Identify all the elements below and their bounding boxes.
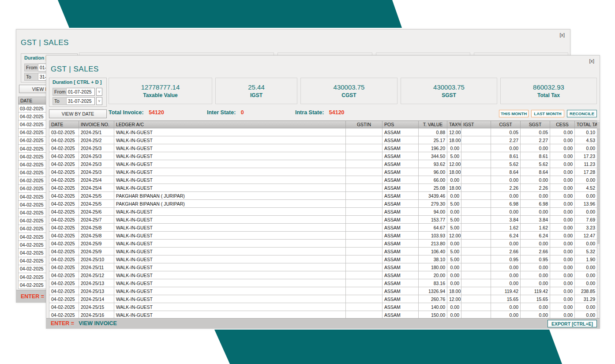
table-row[interactable]: 04-02-2025 2024-25/4 WALK-IN-GUEST ASSAM… (49, 184, 597, 192)
cell-date: 04-02-2025 (49, 184, 79, 192)
cell-date: 04-02-2025 (49, 248, 79, 255)
table-row[interactable]: 04-02-2025 2024-25/8 WALK-IN-GUEST ASSAM… (49, 224, 597, 232)
date-cell[interactable]: 04-02-2025 (18, 137, 46, 145)
date-cell[interactable]: 04-02-2025 (18, 273, 46, 281)
date-cell[interactable]: 04-02-2025 (18, 265, 46, 273)
chevron-down-icon[interactable]: ˅ (96, 97, 102, 105)
cell-cess: 0.00 (550, 240, 575, 248)
cell-cgst: 6.24 (491, 232, 521, 240)
cell-invoice-no: 2024-25/3 (79, 144, 114, 152)
date-cell[interactable]: 04-02-2025 (18, 217, 46, 225)
table-row[interactable]: 04-02-2025 2024-25/12 WALK-IN-GUEST ASSA… (49, 271, 597, 279)
date-cell[interactable]: 04-02-2025 (18, 161, 46, 169)
view-by-date-button[interactable]: VIEW BY DATE (49, 109, 107, 118)
table-row[interactable]: 04-02-2025 2024-25/5 PAKGHAR BIPANAN ( J… (49, 192, 597, 200)
column-header[interactable]: DATE (49, 121, 79, 128)
table-row[interactable]: 03-02-2025 2024-25/1 WALK-IN-GUEST ASSAM… (49, 128, 597, 136)
cell-gstin (346, 224, 382, 232)
date-cell[interactable]: 04-02-2025 (18, 193, 46, 201)
table-row[interactable]: 04-02-2025 2024-25/5 PAKGHAR BIPANAN ( J… (49, 200, 597, 208)
cell-pos: ASSAM (382, 168, 419, 176)
date-cell[interactable]: 03-02-2025 (18, 105, 46, 113)
close-icon[interactable]: [x] (589, 58, 594, 64)
cell-cess: 0.00 (550, 128, 575, 136)
table-row[interactable]: 04-02-2025 2024-25/3 WALK-IN-GUEST ASSAM… (49, 160, 597, 168)
cell-sgst: 0.00 (521, 192, 550, 200)
export-button[interactable]: EXPORT [CTRL+E] (548, 320, 597, 327)
table-row[interactable]: 04-02-2025 2024-25/13 WALK-IN-GUEST ASSA… (49, 279, 597, 287)
cell-invoice-no: 2024-25/12 (79, 271, 114, 279)
column-header[interactable]: T. VALUE (419, 121, 447, 128)
column-header[interactable]: CGST (491, 121, 521, 128)
table-row[interactable]: 04-02-2025 2024-25/3 WALK-IN-GUEST ASSAM… (49, 152, 597, 160)
date-cell[interactable]: 04-02-2025 (18, 249, 46, 257)
cell-sgst: 0.00 (521, 263, 550, 271)
table-row[interactable]: 04-02-2025 2024-25/13 WALK-IN-GUEST ASSA… (49, 287, 597, 295)
scrollbar-thumb[interactable] (597, 122, 600, 244)
table-row[interactable]: 04-02-2025 2024-25/7 WALK-IN-GUEST ASSAM… (49, 216, 597, 224)
cell-total-tax: 0.00 (575, 144, 597, 152)
table-row[interactable]: 04-02-2025 2024-25/4 WALK-IN-GUEST ASSAM… (49, 176, 597, 184)
cell-tax-percent: 18.00 (447, 184, 461, 192)
date-cell[interactable]: 04-02-2025 (18, 169, 46, 177)
date-cell[interactable]: 04-02-2025 (18, 281, 46, 289)
cell-cgst: 0.00 (491, 279, 521, 287)
table-row[interactable]: 04-02-2025 2024-25/3 WALK-IN-GUEST ASSAM… (49, 144, 597, 152)
table-row[interactable]: 04-02-2025 2024-25/9 WALK-IN-GUEST ASSAM… (49, 240, 597, 248)
summary-value: 430003.75 (334, 83, 365, 91)
column-header[interactable]: GSTIN (346, 121, 382, 128)
date-cell[interactable]: 04-02-2025 (18, 201, 46, 209)
date-cell[interactable]: 04-02-2025 (18, 153, 46, 161)
date-cell[interactable]: 04-02-2025 (18, 209, 46, 217)
column-header[interactable]: LEDGER A/C (114, 121, 346, 128)
column-header[interactable]: CESS (550, 121, 575, 128)
table-row[interactable]: 04-02-2025 2024-25/15 WALK-IN-GUEST ASSA… (49, 303, 597, 311)
cell-igst (461, 144, 491, 152)
reconcile-button[interactable]: RECONCILE (567, 110, 597, 117)
table-scrollbar[interactable] (597, 120, 600, 319)
column-header[interactable]: TAX% (447, 121, 461, 128)
date-cell[interactable]: 04-02-2025 (18, 257, 46, 265)
chevron-down-icon[interactable]: ˅ (96, 88, 102, 96)
date-cell[interactable]: 04-02-2025 (18, 113, 46, 120)
table-row[interactable]: 04-02-2025 2024-25/9 WALK-IN-GUEST ASSAM… (49, 248, 597, 255)
table-row[interactable]: 04-02-2025 2024-25/2 WALK-IN-GUEST ASSAM… (49, 136, 597, 144)
column-header[interactable]: IGST (461, 121, 491, 128)
date-cell[interactable]: 04-02-2025 (18, 185, 46, 193)
cell-invoice-no: 2024-25/13 (79, 279, 114, 287)
cell-pos: ASSAM (382, 263, 419, 271)
date-cell[interactable]: 04-02-2025 (18, 145, 46, 153)
table-row[interactable]: 04-02-2025 2024-25/11 WALK-IN-GUEST ASSA… (49, 263, 597, 271)
date-cell[interactable]: 04-02-2025 (18, 129, 46, 137)
table-row[interactable]: 04-02-2025 2024-25/8 WALK-IN-GUEST ASSAM… (49, 232, 597, 240)
this-month-button[interactable]: THIS MONTH (499, 110, 529, 117)
table-row[interactable]: 04-02-2025 2024-25/10 WALK-IN-GUEST ASSA… (49, 255, 597, 263)
table-row[interactable]: 04-02-2025 2024-25/3 WALK-IN-GUEST ASSAM… (49, 168, 597, 176)
column-header[interactable]: SGST (521, 121, 550, 128)
cell-ledger: PAKGHAR BIPANAN ( JURIPAR) (114, 200, 346, 208)
cell-sgst: 0.05 (521, 128, 550, 136)
cell-total-tax: 0.00 (575, 263, 597, 271)
column-header[interactable]: INVOICE NO. (79, 121, 114, 128)
cell-cgst: 0.00 (491, 240, 521, 248)
table-row[interactable]: 04-02-2025 2024-25/16 WALK-IN-GUEST ASSA… (49, 311, 597, 319)
to-date-input[interactable]: 31-07-2025 (67, 97, 95, 105)
close-icon[interactable]: [x] (559, 32, 565, 38)
date-cell[interactable]: 04-02-2025 (18, 120, 46, 128)
cell-igst (461, 287, 491, 295)
cell-igst (461, 192, 491, 200)
cell-sgst: 0.00 (521, 303, 550, 311)
table-row[interactable]: 04-02-2025 2024-25/14 WALK-IN-GUEST ASSA… (49, 295, 597, 303)
from-date-input[interactable]: 01-07-2025 (67, 88, 95, 96)
cell-cess: 0.00 (550, 168, 575, 176)
last-month-button[interactable]: LAST MONTH (531, 110, 564, 117)
column-header[interactable]: TOTAL TAX (575, 121, 597, 128)
date-cell[interactable]: 04-02-2025 (18, 225, 46, 233)
date-cell[interactable]: 04-02-2025 (18, 241, 46, 249)
cell-date: 04-02-2025 (49, 144, 79, 152)
date-cell[interactable]: 04-02-2025 (18, 233, 46, 241)
column-header[interactable]: POS (382, 121, 419, 128)
date-cell[interactable]: 04-02-2025 (18, 177, 46, 185)
table-row[interactable]: 04-02-2025 2024-25/6 WALK-IN-GUEST ASSAM… (49, 208, 597, 216)
cell-igst (461, 248, 491, 255)
